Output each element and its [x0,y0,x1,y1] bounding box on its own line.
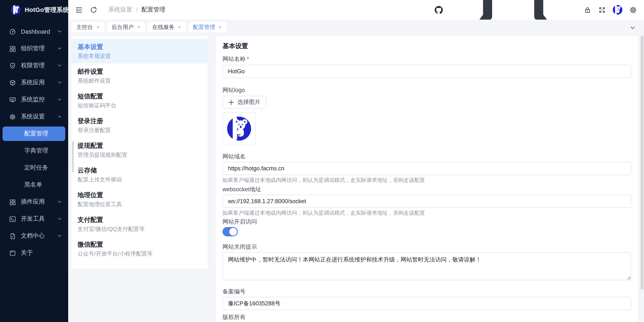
settings-form-card: 基本设置 网站名称* 网站logo 选择图片 [216,36,638,322]
sidebar-item-organization[interactable]: 组织管理 [0,40,68,57]
settings-category-panel: 基本设置 系统常规设置 邮件设置 系统邮件设置 短信配置 短信验证码平台 登录注… [72,36,208,269]
settings-category-email[interactable]: 邮件设置 系统邮件设置 [72,63,208,88]
terminal-icon [9,215,16,223]
sidebar-item-docs[interactable]: 文档中心 [0,227,68,245]
settings-category-withdraw[interactable]: 提现配置 管理员提现规则配置 [72,138,208,162]
select-image-button[interactable]: 选择图片 [222,96,266,109]
chevron-down-icon [57,233,63,239]
category-desc: 配置地理位置工具 [78,200,202,208]
settings-category-geo[interactable]: 地理位置 配置地理位置工具 [72,187,208,212]
site-name-input[interactable] [222,65,631,78]
sidebar-item-plugins[interactable]: 插件应用 [0,193,68,210]
tab-label: 主控台 [76,23,93,31]
category-title: 登录注册 [78,116,202,125]
tab-options-chevron-icon[interactable] [630,25,636,31]
settings-category-payment[interactable]: 支付配置 支付宝/微信/QQ支付配置等 [72,212,208,236]
copyright-label: 版权所有 [222,314,631,321]
github-icon[interactable] [435,6,443,14]
tab-label: 在线服务 [152,23,174,31]
settings-category-login[interactable]: 登录注册 登录注册配置 [72,113,208,138]
category-title: 基本设置 [78,42,202,51]
about-icon [9,249,16,257]
settings-category-basic[interactable]: 基本设置 系统常规设置 [72,39,208,63]
sidebar: HotGo管理系统 Dashboard 组织管理 [0,0,68,322]
close-icon[interactable]: × [137,24,140,30]
category-title: 提现配置 [78,141,202,150]
site-logo-thumbnail[interactable] [222,112,256,145]
site-domain-label: 网站域名 [222,153,631,160]
close-icon[interactable]: × [178,24,181,30]
plugin-grid-icon [9,198,16,206]
tab-backend-users[interactable]: 后台用户 × [107,22,145,32]
close-icon[interactable]: × [96,24,100,30]
settings-category-wechat[interactable]: 微信配置 公众号/开放平台/小程序配置等 [72,236,208,261]
sidebar-item-label: 系统监控 [21,96,57,103]
sidebar-item-label: 配置管理 [24,130,48,138]
cube-icon [9,79,16,86]
sidebar-item-dashboard[interactable]: Dashboard [0,23,68,40]
category-desc: 支付宝/微信/QQ支付配置等 [78,225,202,233]
sidebar-nav: Dashboard 组织管理 [0,19,68,262]
close-icon[interactable]: × [219,24,222,30]
close-tip-textarea[interactable]: 网站维护中，暂时无法访问！本网站正在进行系统维护和技术升级，网站暂时无法访问，敬… [222,252,631,280]
avatar[interactable] [612,5,623,15]
category-title: 微信配置 [78,240,202,249]
settings-category-cloud-storage[interactable]: 云存储 配置上传文件驱动 [72,162,208,187]
app-logo[interactable]: HotGo管理系统 [0,0,68,19]
menu-collapse-icon[interactable] [75,6,83,14]
dashboard-icon [9,28,16,35]
websocket-input[interactable] [222,195,631,208]
gear-icon [9,113,16,120]
tab-bar: 主控台 × 后台用户 × 在线服务 × 配置管理 × [68,19,644,36]
breadcrumb-separator: / [136,6,138,13]
websocket-hint: 如果客户端通过本地或内网访问，则认为是调试模式，走实际请求地址，否则走该配置 [222,210,631,216]
tab-online-service[interactable]: 在线服务 × [148,22,186,32]
chevron-down-icon [57,199,63,205]
sidebar-item-system-settings[interactable]: 系统设置 [0,108,68,125]
category-desc: 系统邮件设置 [78,77,202,85]
sidebar-item-label: 黑名单 [24,181,42,189]
sidebar-item-label: 开发工具 [21,215,57,223]
app-title: HotGo管理系统 [25,6,69,14]
refresh-icon[interactable] [90,6,98,14]
sidebar-item-blacklist[interactable]: 黑名单 [0,176,68,193]
gear-icon[interactable] [629,6,637,14]
site-open-toggle[interactable] [222,227,238,236]
breadcrumb: 系统设置 / 配置管理 [108,6,165,14]
monitor-icon [9,96,16,103]
tab-label: 后台用户 [112,23,134,31]
panel-scrollbar-thumb[interactable] [72,141,74,172]
breadcrumb-parent[interactable]: 系统设置 [108,6,132,14]
close-tip-label: 网站关闭提示 [222,243,631,251]
breadcrumb-current: 配置管理 [142,6,165,14]
sidebar-item-system-monitor[interactable]: 系统监控 [0,91,68,108]
icp-label: 备案编号 [222,288,631,295]
category-desc: 管理员提现规则配置 [78,151,202,159]
tab-dashboard[interactable]: 主控台 × [72,22,104,32]
chevron-down-icon [57,80,63,86]
sidebar-item-label: Dashboard [21,28,57,35]
site-name-label: 网站名称* [222,55,631,63]
fullscreen-icon[interactable] [598,6,606,14]
tab-config-management[interactable]: 配置管理 × [188,22,226,32]
org-grid-icon [9,45,16,52]
websocket-label: websocket地址 [222,186,631,193]
koala-logo-icon [11,5,21,15]
sidebar-item-permission[interactable]: 权限管理 [0,57,68,74]
site-logo-label: 网站logo [222,86,631,94]
sidebar-item-config-management[interactable]: 配置管理 [0,125,68,142]
lock-icon[interactable] [584,6,592,14]
site-domain-input[interactable] [222,162,631,175]
sidebar-item-scheduled-tasks[interactable]: 定时任务 [0,159,68,176]
sidebar-item-dict-management[interactable]: 字典管理 [0,142,68,159]
sidebar-item-about[interactable]: 关于 [0,245,68,262]
chevron-down-icon [57,97,63,103]
sidebar-item-label: 组织管理 [21,45,57,52]
koala-logo-image [226,116,252,141]
sidebar-item-system-apps[interactable]: 系统应用 [0,74,68,91]
chevron-down-icon [57,28,63,34]
settings-category-sms[interactable]: 短信配置 短信验证码平台 [72,88,208,113]
page-scrollbar-thumb[interactable] [640,35,644,290]
icp-input[interactable] [222,297,631,310]
sidebar-item-dev-tools[interactable]: 开发工具 [0,210,68,227]
